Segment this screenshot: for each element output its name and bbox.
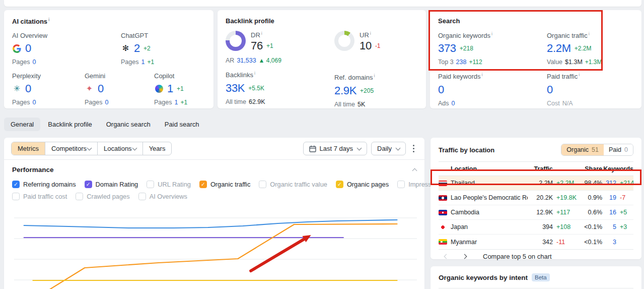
metrics-filter-button[interactable]: Metrics [12,142,45,155]
metric-ai-overview: AI Overview 0 Pages0 [12,32,121,66]
checkbox-domain-rating[interactable]: ✓Domain Rating [85,181,138,188]
checkbox-crawled-pages[interactable]: Crawled pages [76,193,129,200]
next-page-button[interactable] [458,250,471,263]
keywords-by-intent-card: Organic keywords by intent Beta [431,266,641,289]
metric-organic-traffic: Organic traffici 2.2M+2.2M Value$1.3M+1.… [547,31,602,66]
ur-label: UR [360,31,369,39]
pages-value[interactable]: 0 [32,99,36,106]
locations-filter-button[interactable]: Locations [97,142,142,155]
metric-label: ChatGPT [121,32,154,39]
keywords-value[interactable]: 312 [602,180,616,187]
table-row-cambodia[interactable]: Cambodia 12.9K +117 0.6% 16 +5 [439,205,633,220]
metric-value[interactable]: 0 [25,42,31,55]
pages-value[interactable]: 1 [141,59,145,66]
info-icon[interactable]: i [48,17,50,22]
pages-label: Pages [12,99,30,106]
ur-delta: -1 [375,42,381,49]
traffic-by-location-title: Traffic by location [439,146,494,154]
keywords-value[interactable]: 16 [602,209,616,216]
info-icon[interactable]: i [579,72,580,77]
metric-value[interactable]: 0 [98,82,104,95]
backlink-profile-card: Backlink profile DRi 76+1 AR31,533▲ 4,06… [218,10,426,108]
toggle-organic[interactable]: Organic51 [561,144,604,155]
info-icon[interactable]: i [589,31,590,36]
traffic-value: 2.2M [528,180,553,187]
chevron-left-icon [444,254,449,259]
metric-label: Perplexity [12,72,85,80]
performance-chart-area[interactable] [9,206,419,289]
sub-value[interactable]: 238 [456,59,467,66]
checkbox-ai-overviews[interactable]: AI Overviews [138,193,187,200]
backlinks-value[interactable]: 33K [226,82,245,95]
checkbox-organic-pages[interactable]: ✓Organic pages [336,181,389,188]
keywords-value[interactable]: 5 [602,223,616,230]
chevron-down-icon [357,145,362,150]
metric-value[interactable]: 2.2M [547,42,571,55]
info-icon[interactable]: i [261,31,262,36]
table-row-japan[interactable]: Japan 394 +108 <0.1% 5 +3 [439,220,633,235]
checkbox-label: Organic traffic value [270,181,327,188]
info-icon[interactable]: i [370,31,371,36]
date-range-button[interactable]: Last 7 days [303,142,368,155]
checkbox-label: Organic pages [347,181,389,188]
sub-value[interactable]: 0 [452,100,455,107]
chevron-down-icon [132,145,137,150]
pages-value[interactable]: 0 [105,99,108,106]
checkbox-organic-traffic[interactable]: ✓Organic traffic [199,181,250,188]
checkbox-paid-traffic-cost[interactable]: Paid traffic cost [12,193,67,200]
keywords-value[interactable]: 19 [602,194,616,201]
sub-label: Cost [547,100,560,107]
checkbox-url-rating[interactable]: URL Rating [147,181,191,188]
prev-page-button[interactable] [440,250,453,263]
info-icon[interactable]: i [254,71,255,76]
checkbox-referring-domains[interactable]: ✓Referring domains [12,181,76,188]
dr-donut-chart [226,31,246,51]
years-filter-button[interactable]: Years [142,142,172,155]
table-row-thailand[interactable]: Thailand 2.2M +2.2M 98.4% 312 +214 [439,176,633,191]
metric-value[interactable]: 0 [438,83,444,96]
ar-label: AR [226,57,234,64]
sub-label: Value [547,59,562,66]
share-value: 0.9% [577,194,602,201]
info-icon[interactable]: i [491,31,492,36]
traffic-delta: +2.2M [553,180,577,187]
metric-value[interactable]: 0 [25,82,31,95]
checkbox-label: Organic traffic [210,181,250,188]
traffic-delta: +117 [553,209,577,216]
pages-value[interactable]: 1 [174,99,178,106]
metric-gemini: Gemini ✦ 0 Pages0 [85,72,154,106]
ar-delta: ▲ 4,069 [259,57,281,64]
backlinks-label: Backlinks [226,72,253,79]
metric-value[interactable]: 1 [167,82,173,95]
checkbox-organic-traffic-value[interactable]: Organic traffic value [259,181,327,188]
table-row-laos[interactable]: Lao People's Democratic Reput 20.2K +19.… [439,191,633,205]
tab-general[interactable]: General [4,118,40,131]
keywords-value[interactable]: 3 [602,239,616,246]
compare-top5-link[interactable]: Compare top 5 on chart [483,253,552,260]
tab-organic-search[interactable]: Organic search [100,118,157,131]
checkbox-box [138,193,146,200]
metric-value[interactable]: 2 [134,42,140,55]
metric-value[interactable]: 373 [438,42,456,55]
checkbox-label: Referring domains [23,181,76,188]
metric-value[interactable]: 0 [547,83,553,96]
pages-value[interactable]: 0 [32,59,36,66]
collapse-chevron-up-icon[interactable] [412,168,417,174]
info-icon[interactable]: i [482,72,483,77]
tab-backlink-profile[interactable]: Backlink profile [41,118,98,131]
ref-domains-value[interactable]: 2.9K [334,84,356,97]
ar-value[interactable]: 31,533 [237,57,256,64]
backlinks-delta: +5.5K [248,85,264,92]
info-icon[interactable]: i [374,73,375,78]
metric-label: Copilot [154,72,187,80]
table-row-myanmar[interactable]: Myanmar 342 -11 <0.1% 3 [439,235,633,249]
granularity-button[interactable]: Daily [371,142,406,155]
chevron-down-icon [396,145,401,150]
partial-card-above [4,0,641,7]
competitors-filter-button[interactable]: Competitors [45,142,97,155]
keywords-delta: -7 [616,194,633,201]
tab-paid-search[interactable]: Paid search [158,118,206,131]
checkbox-label: Domain Rating [96,181,138,188]
more-options-kebab-icon[interactable] [410,142,417,155]
toggle-paid[interactable]: Paid0 [604,144,633,155]
